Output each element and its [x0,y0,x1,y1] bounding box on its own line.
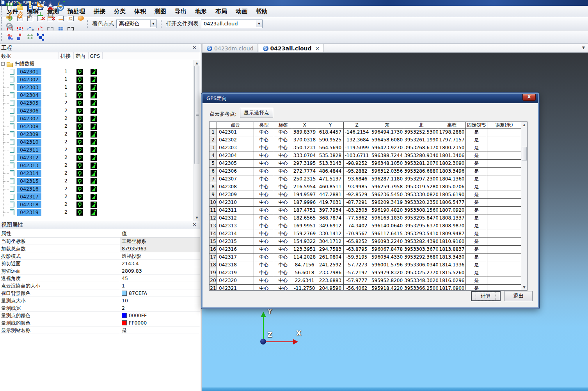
document-tab[interactable]: S0423all.cloud× [259,44,324,52]
scan-item-row[interactable]: 0423021 [0,76,194,84]
pointcloud-colorize-button[interactable] [5,32,15,43]
menu-item[interactable]: 测图 [150,6,171,17]
scan-item-label[interactable]: 042314 [17,170,41,177]
property-row[interactable]: 投影模式透视投影 [0,252,200,260]
property-row[interactable]: 剪切远面2809.83 [0,267,200,275]
scan-item-row[interactable]: 0423072 [0,115,194,123]
scan-item-label[interactable]: 042312 [17,154,41,161]
scroll-down-icon[interactable]: ▼ [194,215,200,221]
scan-item-row[interactable]: 0423102 [0,138,194,146]
delete-alignment-button[interactable] [35,10,45,21]
scan-item-label[interactable]: 042311 [17,146,41,154]
scan-item-row[interactable]: 0423062 [0,107,194,115]
clean-brush-button[interactable] [5,10,15,21]
menu-item[interactable]: 拼接 [89,6,110,17]
scan-item-row[interactable]: 0423172 [0,193,194,201]
show-selected-points-button[interactable]: 显示选择点 [240,108,273,118]
scan-item-row[interactable]: 0423162 [0,185,194,193]
measure-ruler-button[interactable] [5,0,15,10]
property-row[interactable]: 视口背景颜色87CEFA [0,289,200,297]
cut-scissors-button[interactable] [25,10,35,21]
scan-item-row[interactable]: 0423132 [0,162,194,170]
scan-item-label[interactable]: 042303 [17,84,41,91]
table-row[interactable]: 8042308中心中心216.5954460.8511-93.998559625… [210,183,520,191]
property-row[interactable]: 量测点大小10 [0,297,200,304]
exit-button[interactable]: 退出 [505,291,533,301]
scan-item-label[interactable]: 042302 [17,76,41,83]
menu-item[interactable]: 体积 [130,6,150,17]
tab-overflow-icon[interactable]: ▼ [582,46,585,50]
table-row[interactable]: 18042318中心中心84.7156241.2592-57.727359600… [210,261,520,269]
table-row[interactable]: 13042313中心中心169.9951349.6912-74.34025961… [210,222,520,230]
table-row[interactable]: 4042304中心中心333.0704535.3828-103.67115963… [210,152,520,160]
close-icon[interactable]: × [191,221,197,228]
table-row[interactable]: 6042306中心中心272.7774486.4844-95.288259631… [210,168,520,175]
scan-item-label[interactable]: 042306 [17,107,41,114]
property-row[interactable]: 显示测站名称是 [0,327,200,334]
scan-item-row[interactable]: 0423122 [0,154,194,162]
table-scrollbar[interactable]: ▲ ▼ [521,122,527,290]
table-row[interactable]: 15042315中心中心154.9322304.1712-65.82525960… [210,238,520,246]
table-row[interactable]: 12042312中心中心182.6565368.7874-77.53625961… [210,214,520,222]
table-row[interactable]: 21042321中心中心-11.2750204.9590-56.40625959… [210,285,520,291]
table-row[interactable]: 9042309中心中心194.9597447.2881-92.852959623… [210,191,520,199]
scan-item-label[interactable]: 042304 [17,92,41,99]
table-row[interactable]: 17042317中心中心114.2028261.0804-59.31955960… [210,254,520,261]
delete-circle-button[interactable] [45,10,55,21]
calculate-button[interactable]: 计算 [471,291,501,301]
scan-item-row[interactable]: 0423112 [0,146,194,154]
property-row[interactable]: 量测点的颜色0000FF [0,312,200,319]
shading-mode-select[interactable]: 高程彩色 ▼ [116,20,157,28]
chevron-down-icon[interactable]: ▼ [256,20,262,27]
property-row[interactable]: 点云渲染点的大小1 [0,282,200,289]
menu-item[interactable]: 布局 [211,6,231,17]
property-row[interactable]: 透视角度45 [0,275,200,282]
pointcloud-network-button[interactable] [35,32,45,43]
property-row[interactable]: 剪切近面2143.4 [0,260,200,267]
tree-scrollbar-thumb[interactable] [194,66,199,164]
menu-item[interactable]: 动画 [231,6,252,17]
open-file-list-select[interactable]: 0423all.cloud ▼ [201,20,263,28]
scan-item-label[interactable]: 042301 [17,68,41,75]
property-row[interactable]: 量测线宽2 [0,304,200,312]
scan-item-row[interactable]: 0423011 [0,68,194,76]
document-tab[interactable]: S0423dm.cloud [203,44,258,52]
table-row[interactable]: 7042307中心中心250.2315471.5137-93.684659628… [210,175,520,183]
tab-close-icon[interactable]: × [315,45,320,52]
scan-item-label[interactable]: 042315 [17,178,41,185]
scan-item-label[interactable]: 042318 [17,201,41,208]
table-row[interactable]: 11042311中心中心187.4751397.7934-83.23035961… [210,207,520,214]
scroll-up-icon[interactable]: ▲ [194,60,200,66]
tree-expander-icon[interactable]: − [1,62,5,66]
view-sphere-button[interactable] [76,13,86,24]
menu-item[interactable]: 分类 [110,6,130,17]
property-row[interactable]: 当前坐标系工程坐标系 [0,237,200,245]
scan-item-row[interactable]: 0423092 [0,130,194,138]
scan-item-label[interactable]: 042305 [17,100,41,107]
scroll-down-icon[interactable]: ▼ [521,284,527,290]
dialog-close-button[interactable]: X [522,94,536,101]
pointcloud-blocks-button[interactable] [15,32,25,43]
view-cube-wire-button[interactable] [66,13,76,24]
clean-comb-button[interactable] [15,10,25,21]
scan-item-label[interactable]: 042309 [17,131,41,138]
table-row[interactable]: 5042305中心中心297.3195513.3143-98.925259634… [210,160,520,168]
scan-item-label[interactable]: 042310 [17,139,41,146]
table-row[interactable]: 14042314中心中心159.2769330.1412-70.95675961… [210,230,520,238]
table-row[interactable]: 10042310中心中心187.9996419.7031-87.72915962… [210,199,520,207]
scan-item-row[interactable]: 0423082 [0,123,194,130]
process-gears-button[interactable] [5,21,15,32]
table-row[interactable]: 19042319中心中心56.6018233.7986-57.219759597… [210,269,520,277]
property-row[interactable]: 加载总点数87935963 [0,245,200,252]
scan-item-label[interactable]: 042313 [17,162,41,169]
property-row[interactable]: 量测线的颜色FF0000 [0,319,200,327]
scan-item-label[interactable]: 042319 [17,209,41,216]
scan-item-row[interactable]: 0423152 [0,177,194,185]
menu-item[interactable]: 帮助 [252,6,272,17]
scan-item-row[interactable]: 0423192 [0,209,194,216]
table-row[interactable]: 2042302中心中心370.0318590.9525-132.36845964… [210,136,520,144]
scan-item-row[interactable]: 0423031 [0,84,194,91]
scan-item-label[interactable]: 042308 [17,123,41,130]
scan-item-label[interactable]: 042317 [17,193,41,200]
measure-arc-button[interactable] [55,0,66,10]
